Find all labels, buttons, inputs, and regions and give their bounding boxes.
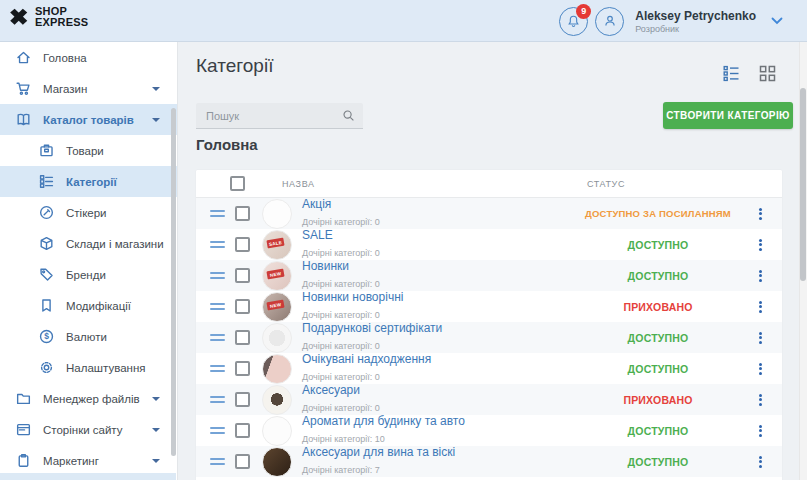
sidebar-item-modifications[interactable]: Модифікації [0,290,177,321]
sidebar-item-currencies[interactable]: $Валюти [0,321,177,352]
row-checkbox[interactable] [235,361,250,376]
category-name-cell: Подарункові сертифікатиДочірні категорії… [302,322,578,353]
grid-view-icon[interactable] [759,65,776,82]
drag-handle-icon[interactable] [210,241,225,248]
kebab-menu-icon[interactable] [738,456,782,468]
sidebar-item-warehouses[interactable]: Склади і магазини [0,228,177,259]
row-checkbox[interactable] [235,299,250,314]
table-row: NEWНовинкиДочірні категорії: 0ДОСТУПНО [196,260,782,291]
notifications-button[interactable]: 9 [559,7,588,36]
sidebar-item-settings[interactable]: Налаштування [0,352,177,383]
sidebar-item-stickers[interactable]: Стікери [0,197,177,228]
category-name-link[interactable]: Новинки новорічні [302,291,578,304]
create-category-button[interactable]: СТВОРИТИ КАТЕГОРІЮ [663,102,793,129]
sidebar-item-label: Валюти [66,331,107,343]
row-checkbox[interactable] [235,392,250,407]
sidebar-item-label: Бренди [66,269,106,281]
column-header-name: НАЗВА [282,179,315,189]
category-name-link[interactable]: Аксесуари [302,384,578,397]
category-name-cell: Новинки новорічніДочірні категорії: 0 [302,291,578,322]
category-name-cell: АкціяДочірні категорії: 0 [302,198,578,229]
list-view-icon[interactable] [723,65,740,82]
cart-icon [14,80,32,98]
kebab-menu-icon[interactable] [738,270,782,282]
sidebar-item-catalog[interactable]: Каталог товарів [0,104,177,135]
sidebar-item-label: Магазин [43,83,87,95]
brand-logo: SHOP EXPRESS [8,6,88,28]
category-name-link[interactable]: Очікувані надходження [302,353,578,366]
drag-handle-icon[interactable] [210,458,225,465]
sidebar-item-label: Сторінки сайту [43,424,123,436]
row-checkbox[interactable] [235,206,250,221]
row-checkbox[interactable] [235,268,250,283]
search-input[interactable] [196,103,363,128]
marketing-icon [14,452,32,470]
page-scrollbar-track[interactable] [799,42,807,480]
category-children-count: Дочірні категорії: 0 [302,372,380,382]
kebab-menu-icon[interactable] [738,208,782,220]
category-children-count: Дочірні категорії: 0 [302,310,380,320]
drag-handle-icon[interactable] [210,334,225,341]
status-badge: ПРИХОВАНО [578,394,738,406]
section-title: Головна [196,136,258,153]
sidebar-item-label: Менеджер файлів [43,393,140,405]
table-row: NEWНовинки новорічніДочірні категорії: 0… [196,291,782,322]
category-name-link[interactable]: Подарункові сертифікати [302,322,578,335]
category-thumbnail [262,385,292,415]
category-name-link[interactable]: Новинки [302,260,578,273]
category-children-count: Дочірні категорії: 0 [302,248,380,258]
sidebar-item-site-pages[interactable]: Сторінки сайту [0,414,177,445]
kebab-menu-icon[interactable] [738,239,782,251]
sidebar-item-brands[interactable]: Бренди [0,259,177,290]
home-icon [14,49,32,67]
drag-handle-icon[interactable] [210,396,225,403]
status-badge: ДОСТУПНО [578,456,738,468]
sidebar-item-home[interactable]: Головна [0,42,177,73]
search-icon[interactable] [341,108,356,123]
drag-handle-icon[interactable] [210,272,225,279]
table-row: SALESALEДочірні категорії: 0ДОСТУПНО [196,229,782,260]
row-checkbox[interactable] [235,237,250,252]
sidebar-scrollbar[interactable] [171,108,176,456]
category-name-link[interactable]: Аксесуари для вина та віскі [302,446,578,459]
sidebar-item-shop[interactable]: Магазин [0,73,177,104]
row-checkbox[interactable] [235,454,250,469]
sidebar-item-products[interactable]: Товари [0,135,177,166]
sidebar-item-categories[interactable]: Категорії [0,166,177,197]
category-name-link[interactable]: Акція [302,198,578,211]
drag-handle-icon[interactable] [210,303,225,310]
category-thumbnail [262,416,292,446]
select-all-checkbox[interactable] [230,176,245,191]
sidebar-item-label: Каталог товарів [43,114,134,126]
kebab-menu-icon[interactable] [738,301,782,313]
profile-avatar-button[interactable] [595,7,624,36]
table-row: АкціяДочірні категорії: 0ДОСТУПНО ЗА ПОС… [196,198,782,229]
sidebar-item-label: Товари [66,145,104,157]
row-checkbox[interactable] [235,423,250,438]
sidebar-item-marketing[interactable]: Маркетинг [0,445,177,476]
user-menu-chevron-icon[interactable] [771,17,783,25]
table-row: Очікувані надходженняДочірні категорії: … [196,353,782,384]
kebab-menu-icon[interactable] [738,425,782,437]
categories-table-card: НАЗВА СТАТУС АкціяДочірні категорії: 0ДО… [196,170,782,480]
brand-tag-icon [37,266,55,284]
kebab-menu-icon[interactable] [738,332,782,344]
sidebar-item-file-manager[interactable]: Менеджер файлів [0,383,177,414]
drag-handle-icon[interactable] [210,365,225,372]
category-name-link[interactable]: Аромати для будинку та авто [302,415,578,428]
warehouse-icon [37,235,55,253]
chevron-down-icon [152,118,160,122]
category-name-link[interactable]: SALE [302,229,578,242]
kebab-menu-icon[interactable] [738,363,782,375]
row-checkbox[interactable] [235,330,250,345]
table-header: НАЗВА СТАТУС [196,170,782,198]
category-name-cell: Очікувані надходженняДочірні категорії: … [302,353,578,384]
drag-handle-icon[interactable] [210,427,225,434]
pages-icon [14,421,32,439]
svg-text:$: $ [44,331,49,341]
drag-handle-icon[interactable] [210,210,225,217]
sidebar: ГоловнаМагазинКаталог товарівТовариКатег… [0,42,178,480]
kebab-menu-icon[interactable] [738,394,782,406]
table-row: Аромати для будинку та автоДочірні катег… [196,415,782,446]
page-scrollbar-thumb[interactable] [800,88,806,281]
